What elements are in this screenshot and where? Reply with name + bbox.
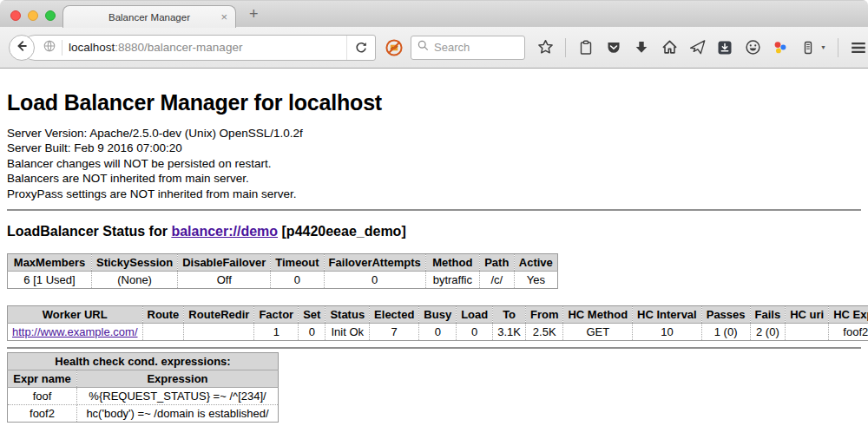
elected-cell: 7 xyxy=(370,324,419,341)
tab-close-icon[interactable]: × xyxy=(220,10,227,23)
column-header: HC Method xyxy=(563,306,633,324)
page-content: Load Balancer Manager for localhost Serv… xyxy=(0,69,868,426)
method-cell: bytraffic xyxy=(425,272,479,289)
loadbalancer-status-heading: LoadBalancer Status for balancer://demo … xyxy=(7,224,861,239)
column-header: Fails xyxy=(750,306,786,324)
minimize-window-button[interactable] xyxy=(28,10,38,21)
hc-interval-cell: 10 xyxy=(633,324,702,341)
expr-name-cell: foof2 xyxy=(8,405,77,423)
factor-cell: 1 xyxy=(254,324,299,341)
column-header: MaxMembers xyxy=(8,254,92,272)
column-header: Elected xyxy=(370,306,419,324)
routeredir-cell xyxy=(184,324,254,341)
table-title-row: Health check cond. expressions: xyxy=(8,353,279,370)
globe-icon xyxy=(43,39,56,56)
tab-balancer-manager[interactable]: Balancer Manager × xyxy=(62,5,236,28)
zoom-window-button[interactable] xyxy=(45,10,56,21)
title-bar: Balancer Manager × + xyxy=(0,0,868,27)
bookmark-star-icon[interactable] xyxy=(536,39,554,56)
hamburger-menu-icon[interactable] xyxy=(850,39,867,56)
passes-cell: 1 (0) xyxy=(701,324,750,341)
url-text: localhost:8880/balancer-manager xyxy=(69,41,346,54)
chevron-down-icon[interactable]: ▼ xyxy=(820,44,826,50)
column-header: HC Interval xyxy=(633,306,702,324)
column-header: Set xyxy=(299,306,326,324)
home-icon[interactable] xyxy=(661,39,678,56)
url-bar[interactable]: localhost:8880/balancer-manager xyxy=(22,35,376,61)
column-header: Expression xyxy=(77,370,279,388)
health-table-title: Health check cond. expressions: xyxy=(8,353,279,370)
column-header: DisableFailover xyxy=(178,254,271,272)
column-header: Status xyxy=(326,306,370,324)
color-dots-icon[interactable] xyxy=(772,39,789,56)
divider xyxy=(7,209,861,211)
browser-window: Balancer Manager × + localhost:8880/bala… xyxy=(0,0,868,426)
stickysession-cell: (None) xyxy=(92,272,178,289)
url-domain: localhost xyxy=(69,41,115,54)
maxmembers-cell: 6 [1 Used] xyxy=(8,272,92,289)
from-cell: 2.5K xyxy=(525,324,563,341)
hc-expr-cell: foof2 xyxy=(829,324,868,341)
column-header: Active xyxy=(514,254,557,272)
worker-table: Worker URL Route RouteRedir Factor Set S… xyxy=(7,305,868,341)
reading-list-icon[interactable] xyxy=(577,39,595,56)
column-header: Busy xyxy=(419,306,457,324)
worker-url-cell: http://www.example.com/ xyxy=(8,324,143,341)
column-header: HC Expr xyxy=(829,306,868,324)
column-header: Passes xyxy=(701,306,750,324)
table-header-row: MaxMembers StickySession DisableFailover… xyxy=(8,254,558,272)
column-header: Factor xyxy=(254,306,299,324)
reload-button[interactable] xyxy=(346,36,375,60)
failoverattempts-cell: 0 xyxy=(324,272,425,289)
column-header: Path xyxy=(479,254,514,272)
column-header: HC uri xyxy=(786,306,829,324)
navigation-toolbar: localhost:8880/balancer-manager xyxy=(0,27,868,69)
column-header: StickySession xyxy=(92,254,178,272)
column-header: RouteRedir xyxy=(184,306,254,324)
toolbar-icons: ▼ xyxy=(536,38,868,57)
balancer-inherit-line: Balancers are NOT inherited from main se… xyxy=(7,171,861,186)
tab-title: Balancer Manager xyxy=(108,12,190,23)
back-button[interactable] xyxy=(9,35,35,61)
column-header: From xyxy=(525,306,563,324)
battery-icon[interactable] xyxy=(799,39,817,56)
timeout-cell: 0 xyxy=(271,272,324,289)
expression-cell: %{REQUEST_STATUS} =~ /^[234]/ xyxy=(77,388,279,405)
send-plane-icon[interactable] xyxy=(688,39,706,56)
video-download-icon[interactable] xyxy=(716,39,733,56)
column-header: To xyxy=(493,306,526,324)
balancer-demo-link[interactable]: balancer://demo xyxy=(171,224,278,239)
server-version-line: Server Version: Apache/2.5.0-dev (Unix) … xyxy=(7,126,861,141)
downloads-icon[interactable] xyxy=(633,39,650,56)
smiley-icon[interactable] xyxy=(744,39,761,56)
new-tab-button[interactable]: + xyxy=(244,3,264,25)
worker-url-link[interactable]: http://www.example.com/ xyxy=(12,325,138,338)
status-heading-suffix: [p4420eeae_demo] xyxy=(278,224,406,239)
column-header: Method xyxy=(425,254,479,272)
health-check-table: Health check cond. expressions: Expr nam… xyxy=(7,352,279,423)
proxypass-inherit-line: ProxyPass settings are NOT inherited fro… xyxy=(7,187,861,201)
column-header: FailoverAttempts xyxy=(324,254,425,272)
back-arrow-icon xyxy=(15,39,29,56)
table-header-row: Worker URL Route RouteRedir Factor Set S… xyxy=(8,306,868,324)
close-window-button[interactable] xyxy=(10,10,21,21)
balancer-summary-table: MaxMembers StickySession DisableFailover… xyxy=(7,253,558,289)
search-input[interactable] xyxy=(434,41,512,54)
divider xyxy=(7,347,861,349)
pocket-icon[interactable] xyxy=(605,39,622,56)
search-icon xyxy=(417,39,430,56)
table-row: 6 [1 Used] (None) Off 0 0 bytraffic /c/ … xyxy=(8,272,558,289)
disablefailover-cell: Off xyxy=(178,272,271,289)
hc-uri-cell xyxy=(786,324,829,341)
server-built-line: Server Built: Feb 9 2016 07:00:20 xyxy=(7,141,861,155)
search-bar[interactable] xyxy=(411,36,525,60)
table-row: http://www.example.com/ 1 0 Init Ok 7 0 … xyxy=(8,324,868,341)
image-block-icon[interactable] xyxy=(385,38,404,57)
fails-cell: 2 (0) xyxy=(750,324,786,341)
status-heading-prefix: LoadBalancer Status for xyxy=(7,224,171,239)
status-cell: Init Ok xyxy=(326,324,370,341)
load-cell: 0 xyxy=(457,324,493,341)
expression-cell: hc('body') =~ /domain is established/ xyxy=(77,405,279,423)
column-header: Timeout xyxy=(271,254,324,272)
column-header: Expr name xyxy=(8,370,77,388)
